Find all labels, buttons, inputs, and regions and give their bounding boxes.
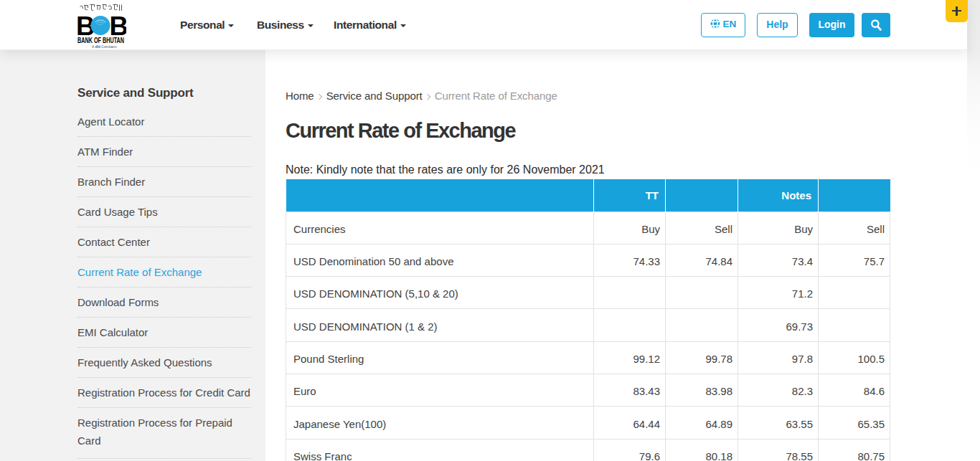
svg-text:BANK OF BHUTAN: BANK OF BHUTAN xyxy=(77,37,124,44)
svg-text:A dhi Company: A dhi Company xyxy=(92,44,117,49)
